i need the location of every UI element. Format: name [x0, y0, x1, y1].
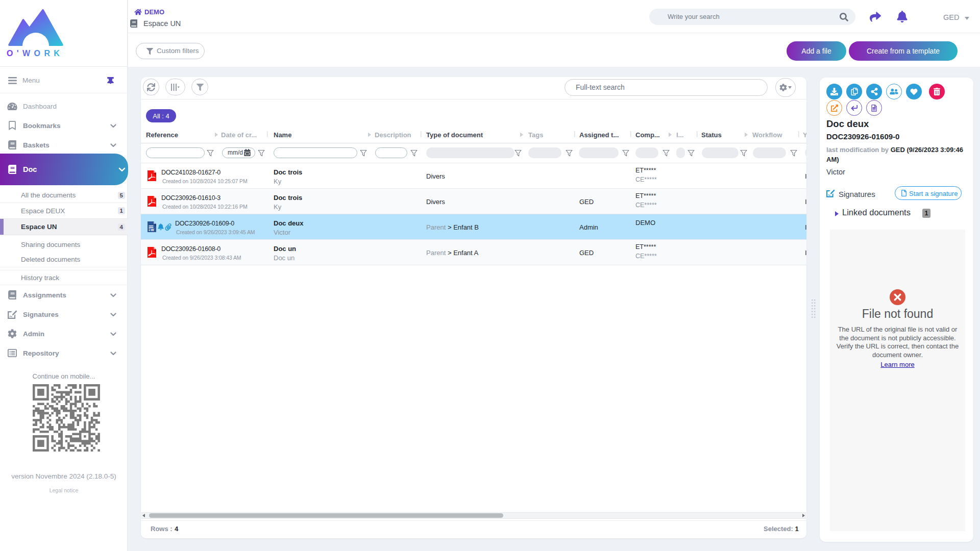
svg-text:W: W — [151, 228, 155, 232]
svg-text:O'WORK: O'WORK — [7, 49, 63, 58]
